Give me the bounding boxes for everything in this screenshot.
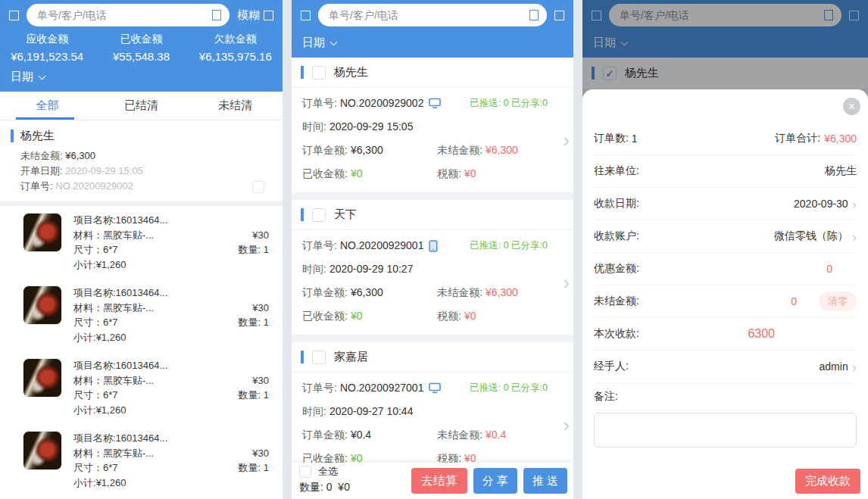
accent-bar [301, 66, 304, 79]
order-checkbox[interactable] [312, 351, 326, 364]
mid-header: 日期 [292, 0, 573, 58]
unsettled-value: 0 [791, 295, 797, 307]
scan-icon[interactable] [212, 10, 221, 20]
footer-qty: 0 [326, 481, 333, 493]
subtotal-label: 小计: [73, 259, 96, 270]
receivables-app: 模糊 应收金额 ¥6,191,523.54 已收金额 ¥55,548.38 欠款… [0, 0, 868, 499]
menu-icon[interactable] [9, 11, 19, 20]
order-customer: 天下 [334, 207, 357, 222]
order-time: 2020-09-27 10:44 [329, 404, 414, 419]
unsettled-label: 未结金额: [20, 150, 63, 161]
search-box [27, 4, 229, 27]
row-receive-date[interactable]: 收款日期: 2020-09-30› [594, 188, 857, 220]
row-unsettled: 未结金额: 0清零 [594, 285, 857, 318]
open-date-label: 开单日期: [20, 165, 63, 176]
search-input[interactable] [329, 9, 523, 21]
chevron-right-icon: › [563, 415, 570, 435]
tab-all[interactable]: 全部 [0, 92, 94, 120]
order-customer: 杨先生 [334, 65, 368, 80]
more-icon[interactable] [554, 11, 564, 20]
qty-label: 数量: [239, 244, 261, 255]
row-order-count: 订单数: 1 订单合计:¥6,300 [594, 123, 857, 155]
discount-value[interactable]: 0 [826, 263, 832, 275]
order-card[interactable]: 订单号: NO.20200927001 已推送: 0 已分享:0 时间: 202… [292, 373, 573, 477]
order-time: 2020-09-29 10:27 [329, 261, 414, 277]
stat-owed: 欠款金额 ¥6,135,975.16 [189, 33, 283, 63]
finish-receive-button[interactable]: 完成收款 [795, 469, 860, 494]
fuzzy-toggle-icon [264, 11, 273, 20]
fuzzy-toggle[interactable]: 模糊 [237, 8, 273, 23]
search-input[interactable] [37, 9, 205, 21]
order-checkbox[interactable] [312, 208, 326, 222]
stat-received: 已收金额 ¥55,548.38 [94, 33, 188, 63]
order-group: 天下 订单号: NO.20200929001 已推送: 0 已分享:0 时间: … [292, 200, 573, 335]
order-no: NO.20200929001 [340, 238, 424, 254]
party-value: 杨先生 [825, 164, 857, 178]
accent-bar [301, 208, 304, 221]
order-no-value: NO.20200929002 [55, 180, 133, 192]
row-party: 往来单位: 杨先生 [594, 155, 857, 188]
item-name: 项目名称:16013464... [73, 358, 213, 373]
row-handler[interactable]: 经手人: admin› [594, 351, 857, 383]
select-all-label: 全选 [318, 465, 338, 479]
clear-zero-badge[interactable]: 清零 [819, 292, 857, 311]
item-name: 项目名称:16013464... [73, 285, 213, 301]
stat-receivable: 应收金额 ¥6,191,523.54 [0, 33, 94, 63]
product-list: 项目名称:16013464... 材料：黑胶车贴-... 尺寸：6*7 小计:¥… [0, 206, 283, 499]
open-date-value: 2020-09-29 15:05 [65, 165, 143, 176]
list-item[interactable]: 项目名称:16013464... 材料：黑胶车贴-... 尺寸：6*7 小计:¥… [0, 424, 283, 497]
search-box [318, 4, 547, 27]
order-group: 杨先生 订单号: NO.20200929002 已推送: 0 已分享:0 时间:… [292, 58, 573, 192]
receive-amount-value[interactable]: 6300 [748, 327, 775, 341]
chevron-right-icon: › [852, 197, 857, 211]
item-price: ¥30 [213, 373, 269, 388]
receive-payment-modal: × 订单数: 1 订单合计:¥6,300 往来单位: 杨先生 收款日期: 202… [582, 89, 868, 499]
item-price: ¥30 [213, 228, 269, 243]
material-value: 黑胶车贴-... [103, 229, 154, 241]
date-filter[interactable]: 日期 [0, 64, 283, 92]
chevron-right-icon: › [852, 229, 857, 244]
share-button[interactable]: 分 享 [473, 468, 517, 494]
customer-card[interactable]: 杨先生 未结金额: ¥6,300 开单日期: 2020-09-29 15:05 … [0, 120, 283, 201]
receive-date-value: 2020-09-30 [794, 198, 848, 210]
fuzzy-label: 模糊 [237, 8, 260, 23]
order-checkbox[interactable] [312, 66, 326, 80]
order-time: 2020-09-29 15:05 [329, 119, 414, 135]
remark-textarea[interactable] [594, 413, 857, 448]
customer-checkbox[interactable] [252, 181, 264, 193]
chevron-right-icon: › [563, 130, 570, 150]
item-name: 项目名称:16013464... [73, 213, 213, 228]
order-customer: 家嘉居 [334, 350, 368, 364]
phone-icon [429, 240, 438, 252]
order-no-label: 订单号: [20, 180, 53, 192]
settle-button[interactable]: 去结算 [411, 468, 467, 494]
order-group: 家嘉居 订单号: NO.20200927001 已推送: 0 已分享:0 时间:… [292, 342, 573, 477]
date-filter[interactable]: 日期 [292, 30, 573, 58]
chevron-down-icon [39, 72, 46, 80]
select-all-checkbox[interactable] [299, 466, 311, 478]
product-thumbnail [23, 358, 62, 398]
handler-value: admin [820, 360, 848, 373]
list-item[interactable]: 项目名称:16013464... 材料：黑胶车贴-... 尺寸：6*7 小计:¥… [0, 279, 283, 351]
row-account[interactable]: 收款账户: 微信零钱（陈）› [594, 220, 857, 253]
status-tabs: 全部 已结清 未结清 [0, 92, 283, 120]
left-header: 模糊 应收金额 ¥6,191,523.54 已收金额 ¥55,548.38 欠款… [0, 0, 283, 92]
account-value: 微信零钱（陈） [774, 229, 848, 243]
row-amount[interactable]: 本次收款: 6300 [594, 318, 857, 351]
tab-settled[interactable]: 已结清 [94, 92, 188, 120]
row-discount[interactable]: 优惠金额: 0 [594, 253, 857, 285]
push-button[interactable]: 推 送 [523, 468, 567, 494]
close-icon[interactable]: × [843, 98, 860, 115]
list-item[interactable]: 项目名称:16013464... 材料：黑胶车贴-... 尺寸：6*7 小计:¥… [0, 206, 283, 279]
list-item[interactable]: 项目名称:16013464... 材料：黑胶车贴-... 尺寸：6*7 小计:¥… [0, 351, 283, 424]
order-card[interactable]: 订单号: NO.20200929001 已推送: 0 已分享:0 时间: 202… [292, 230, 573, 335]
product-thumbnail [23, 431, 62, 470]
menu-icon[interactable] [301, 11, 311, 20]
panel-receive-payment: 日期 ✓ 杨先生 × 订单数: 1 订单合计:¥6,300 往来单位: [582, 0, 868, 499]
row-remark: 备注: [594, 383, 857, 410]
scan-icon[interactable] [529, 10, 539, 20]
unsettled-value: ¥6,300 [65, 150, 95, 161]
tab-unsettled[interactable]: 未结清 [189, 92, 283, 120]
order-card[interactable]: 订单号: NO.20200929002 已推送: 0 已分享:0 时间: 202… [292, 88, 573, 192]
stats-bar: 应收金额 ¥6,191,523.54 已收金额 ¥55,548.38 欠款金额 … [0, 30, 283, 64]
